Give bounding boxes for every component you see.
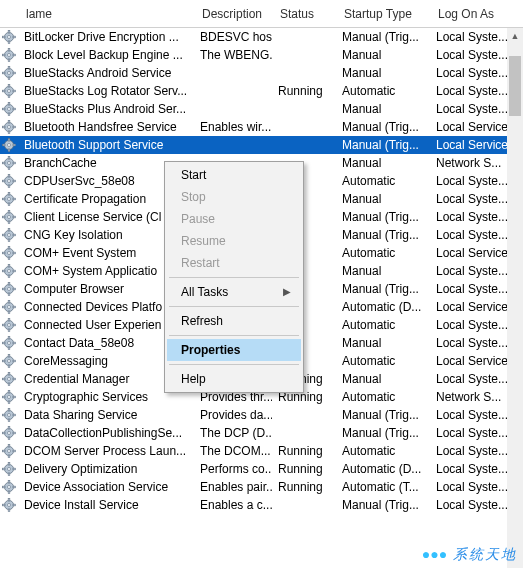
service-gear-icon [2,498,16,512]
svg-rect-101 [13,324,16,326]
service-status [272,144,336,146]
service-description: BDESVC hos... [194,29,272,45]
service-description: The WBENG... [194,47,272,63]
service-gear-icon [2,372,16,386]
service-row[interactable]: Device Association ServiceEnables pair..… [0,478,523,496]
service-row[interactable]: BlueStacks Plus Android Ser...ManualLoca… [0,100,523,118]
column-header-startup[interactable]: Startup Type [338,3,432,25]
svg-rect-21 [8,95,10,98]
service-row[interactable]: BlueStacks Android ServiceManualLocal Sy… [0,64,523,82]
svg-point-151 [7,485,10,488]
menu-start[interactable]: Start [167,164,301,186]
menu-stop: Stop [167,186,301,208]
service-startup-type: Manual (Trig... [336,209,430,225]
svg-rect-56 [8,192,10,195]
svg-rect-58 [2,198,5,200]
service-startup-type: Manual (Trig... [336,29,430,45]
svg-rect-46 [2,162,5,164]
scroll-up-arrow-icon[interactable]: ▲ [507,28,523,44]
column-header-name[interactable]: lame [20,3,196,25]
vertical-scrollbar[interactable]: ▲ [507,28,523,568]
svg-rect-68 [8,228,10,231]
service-row[interactable]: BlueStacks Log Rotator Serv...RunningAut… [0,82,523,100]
service-logon-as: Local Syste... [430,497,518,513]
column-header-logon[interactable]: Log On As [432,3,520,25]
svg-point-67 [7,233,10,236]
svg-point-19 [7,89,10,92]
svg-rect-71 [13,234,16,236]
menu-properties[interactable]: Properties [167,339,301,361]
svg-rect-148 [2,468,5,470]
service-row[interactable]: Delivery OptimizationPerforms co...Runni… [0,460,523,478]
svg-rect-62 [8,210,10,213]
service-description: Enables a c... [194,497,272,513]
svg-rect-155 [13,486,16,488]
service-logon-as: Local Syste... [430,227,518,243]
service-status [272,54,336,56]
header-spacer [4,7,18,21]
service-row[interactable]: Bluetooth Handsfree ServiceEnables wir..… [0,118,523,136]
column-header-status[interactable]: Status [274,3,338,25]
svg-rect-137 [13,432,16,434]
svg-rect-82 [2,270,5,272]
svg-point-85 [7,287,10,290]
svg-rect-32 [8,120,10,123]
service-name: Block Level Backup Engine ... [18,47,194,63]
service-logon-as: Local Syste... [430,65,518,81]
service-status [272,36,336,38]
svg-rect-64 [2,216,5,218]
svg-rect-39 [8,149,10,152]
submenu-arrow-icon: ▶ [283,281,291,303]
column-header-description[interactable]: Description [196,3,274,25]
service-gear-icon [2,30,16,44]
service-gear-icon [2,444,16,458]
svg-rect-131 [13,414,16,416]
service-logon-as: Local Service [430,353,518,369]
svg-point-7 [7,53,10,56]
service-logon-as: Local Syste... [430,281,518,297]
svg-rect-22 [2,90,5,92]
svg-rect-89 [13,288,16,290]
service-logon-as: Local Syste... [430,47,518,63]
svg-rect-123 [8,401,10,404]
svg-point-79 [7,269,10,272]
svg-rect-4 [2,36,5,38]
svg-rect-100 [2,324,5,326]
svg-rect-38 [8,138,10,141]
service-row[interactable]: Bluetooth Support ServiceManual (Trig...… [0,136,523,154]
menu-resume: Resume [167,230,301,252]
svg-rect-136 [2,432,5,434]
service-logon-as: Local Syste... [430,83,518,99]
menu-properties-label: Properties [181,343,240,357]
menu-separator [169,277,299,278]
svg-rect-140 [8,444,10,447]
svg-rect-81 [8,275,10,278]
service-gear-icon [2,264,16,278]
svg-rect-105 [8,347,10,350]
menu-all-tasks[interactable]: All Tasks ▶ [167,281,301,303]
svg-rect-77 [13,252,16,254]
service-name: Delivery Optimization [18,461,194,477]
service-row[interactable]: Block Level Backup Engine ...The WBENG..… [0,46,523,64]
svg-point-55 [7,197,10,200]
svg-rect-160 [2,504,5,506]
menu-help[interactable]: Help [167,368,301,390]
svg-rect-50 [8,174,10,177]
service-row[interactable]: DCOM Server Process Laun...The DCOM...Ru… [0,442,523,460]
service-gear-icon [2,300,16,314]
svg-rect-28 [2,108,5,110]
service-logon-as: Local Syste... [430,335,518,351]
menu-separator [169,335,299,336]
service-row[interactable]: DataCollectionPublishingSe...The DCP (D.… [0,424,523,442]
svg-rect-44 [8,156,10,159]
svg-rect-152 [8,480,10,483]
context-menu: Start Stop Pause Resume Restart All Task… [164,161,304,393]
scroll-thumb[interactable] [509,56,521,116]
service-row[interactable]: Device Install ServiceEnables a c...Manu… [0,496,523,514]
service-row[interactable]: Data Sharing ServiceProvides da...Manual… [0,406,523,424]
service-startup-type: Manual (Trig... [336,425,430,441]
svg-point-43 [7,161,10,164]
menu-refresh[interactable]: Refresh [167,310,301,332]
service-row[interactable]: BitLocker Drive Encryption ...BDESVC hos… [0,28,523,46]
svg-rect-51 [8,185,10,188]
